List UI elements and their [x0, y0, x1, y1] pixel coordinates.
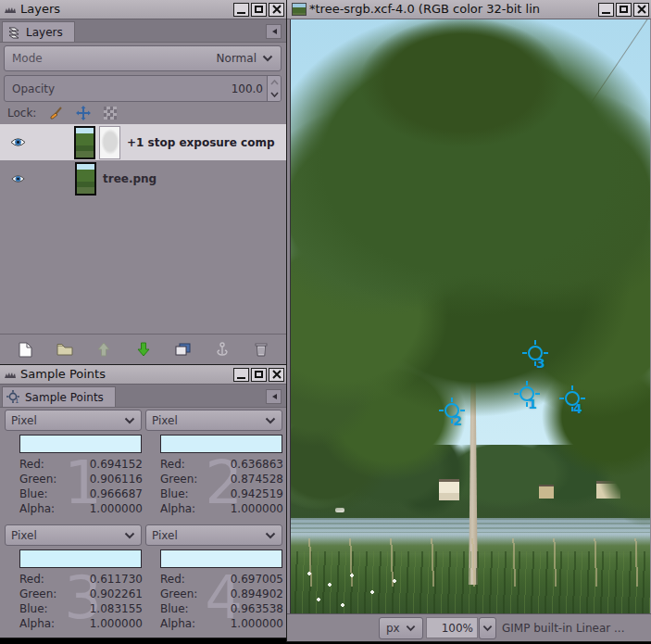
zoom-dropdown-button[interactable] — [479, 617, 496, 639]
maximize-button[interactable] — [616, 3, 632, 17]
new-group-button[interactable] — [53, 338, 77, 360]
anchor-layer-button[interactable] — [210, 338, 234, 360]
marker-number: 1 — [528, 397, 537, 411]
channel-label: Blue: — [160, 601, 189, 616]
channel-value: 1.000000 — [231, 616, 283, 631]
close-button[interactable] — [633, 3, 649, 17]
opacity-spinner[interactable] — [267, 76, 281, 101]
raise-layer-button[interactable] — [92, 338, 116, 360]
channel-label: Alpha: — [160, 501, 195, 516]
tab-layers[interactable]: Layers — [2, 21, 75, 42]
sample-1-mode-dropdown[interactable]: Pixel — [5, 410, 142, 431]
marker-number: 4 — [573, 401, 582, 416]
channel-label: Blue: — [19, 486, 48, 501]
channel-label: Red: — [160, 457, 185, 472]
delete-layer-button[interactable] — [249, 338, 273, 360]
sample-point-icon: 1 — [6, 390, 20, 404]
layer-list: +1 stop exposure comp tree.png — [0, 124, 286, 334]
layers-titlebar[interactable]: Layers — [0, 0, 286, 19]
channel-value: 1.000000 — [231, 501, 283, 516]
opacity-value: 100.0 — [232, 82, 267, 95]
lock-alpha-icon[interactable] — [104, 107, 117, 120]
minimize-button[interactable] — [233, 368, 249, 382]
sample-points-tabrow: 1 Sample Points — [0, 385, 286, 408]
layer-thumbnail[interactable] — [74, 126, 95, 159]
chevron-down-icon — [262, 55, 273, 62]
layers-window: Layers Layers Mode Normal Opacit — [0, 0, 286, 364]
layers-toolbar — [0, 334, 286, 364]
lock-paint-icon[interactable] — [49, 107, 63, 120]
minimize-button[interactable] — [598, 3, 614, 17]
tab-menu-button[interactable] — [266, 24, 282, 39]
channel-value: 0.902261 — [90, 587, 143, 601]
unit-dropdown[interactable]: px — [379, 617, 423, 639]
visibility-eye-icon[interactable] — [6, 168, 30, 190]
sample-points-window: Sample Points 1 Sample Points Pixel 1 Re… — [0, 365, 286, 638]
channel-value: 0.906116 — [90, 472, 143, 486]
wildflowers — [298, 564, 428, 612]
lower-layer-button[interactable] — [131, 338, 156, 360]
tab-sample-points[interactable]: 1 Sample Points — [2, 386, 116, 407]
duplicate-layer-button[interactable] — [170, 338, 194, 360]
chevron-down-icon — [124, 532, 135, 539]
channel-value: 0.963538 — [231, 601, 283, 616]
visibility-eye-icon[interactable] — [6, 132, 30, 154]
dropdown-value: Pixel — [11, 414, 37, 427]
layer-name: tree.png — [103, 172, 156, 185]
channel-label: Red: — [160, 572, 185, 587]
layer-mask-thumbnail[interactable] — [99, 126, 120, 159]
dropdown-value: Pixel — [152, 529, 178, 542]
dialog-icon — [5, 370, 18, 379]
channel-value: 0.894902 — [231, 587, 283, 601]
layer-mode-dropdown[interactable]: Mode Normal — [4, 45, 282, 71]
image-titlebar[interactable]: *tree-srgb.xcf-4.0 (RGB color 32-bit lin — [287, 0, 651, 19]
chevron-down-icon — [406, 625, 416, 632]
channel-value: 0.942519 — [231, 486, 283, 501]
minimize-button[interactable] — [233, 3, 249, 17]
lock-label: Lock: — [7, 107, 36, 120]
channel-label: Green: — [160, 472, 197, 486]
sample-3-mode-dropdown[interactable]: Pixel — [5, 524, 142, 546]
channel-value: 0.636863 — [231, 457, 283, 472]
lock-row: Lock: — [7, 104, 117, 122]
chevron-down-icon — [265, 417, 276, 424]
tab-menu-button[interactable] — [266, 389, 282, 404]
dropdown-value: Pixel — [11, 529, 37, 542]
sample-4-mode-dropdown[interactable]: Pixel — [145, 524, 282, 546]
sample-marker-3[interactable]: 3 — [528, 346, 543, 360]
opacity-slider[interactable]: Opacity 100.0 — [4, 75, 282, 102]
sample-point-panel-3: Pixel 3 Red:0.611730 Green:0.902261 Blue… — [5, 524, 142, 631]
channel-label: Red: — [19, 457, 44, 472]
dialog-icon — [5, 5, 18, 14]
sample-marker-4[interactable]: 4 — [565, 391, 580, 406]
close-button[interactable] — [269, 3, 284, 17]
opacity-label: Opacity — [5, 82, 232, 95]
new-layer-button[interactable] — [13, 338, 37, 360]
maximize-button[interactable] — [251, 3, 267, 17]
lock-move-icon[interactable] — [76, 106, 91, 120]
layers-tabrow: Layers — [0, 19, 286, 43]
channel-value: 0.966687 — [90, 486, 143, 501]
layer-row-tree[interactable]: tree.png — [0, 160, 286, 196]
channel-label: Alpha: — [19, 501, 55, 516]
sample-marker-1[interactable]: 1 — [520, 386, 534, 401]
layer-thumbnail[interactable] — [75, 162, 96, 196]
zoom-value: 100% — [442, 622, 473, 635]
tab-label: Layers — [26, 26, 63, 39]
layer-row-exposure[interactable]: +1 stop exposure comp — [0, 124, 286, 160]
channel-label: Green: — [19, 472, 56, 486]
window-title: Sample Points — [20, 365, 233, 384]
chevron-down-icon — [482, 625, 493, 632]
sample-points-titlebar[interactable]: Sample Points — [0, 365, 286, 385]
tab-label: Sample Points — [25, 391, 104, 404]
sample-2-mode-dropdown[interactable]: Pixel — [145, 410, 282, 431]
channel-value: 1.083155 — [90, 601, 143, 616]
image-canvas[interactable]: 1 2 3 4 — [290, 19, 650, 614]
sample-marker-2[interactable]: 2 — [444, 403, 459, 418]
sample-point-panel-1: Pixel 1 Red:0.694152 Green:0.906116 Blue… — [5, 410, 142, 516]
zoom-entry[interactable]: 100% — [426, 617, 478, 638]
maximize-button[interactable] — [251, 368, 267, 382]
channel-value: 0.697005 — [231, 572, 283, 587]
close-button[interactable] — [269, 368, 284, 382]
tree-canopy — [291, 19, 650, 614]
